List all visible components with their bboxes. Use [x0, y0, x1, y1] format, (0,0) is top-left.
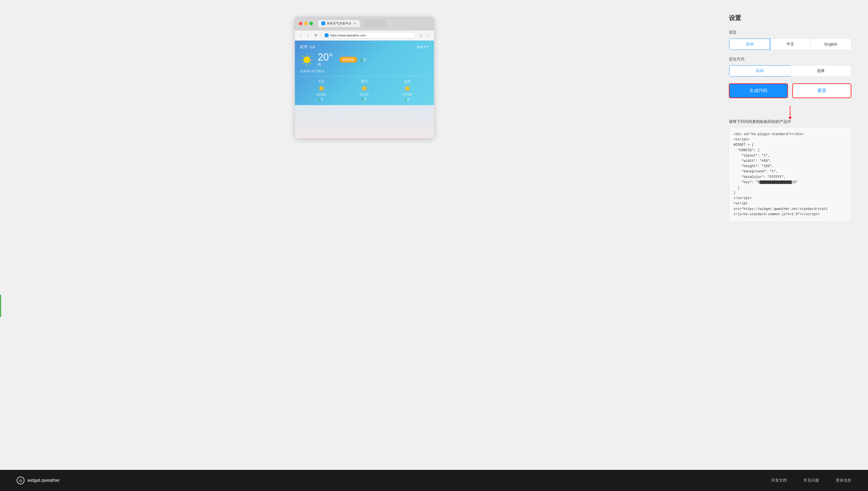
forecast-today: 今天 ☀️ 15°/28° 良 [300, 79, 343, 101]
forecast-quality-1: 良 [362, 97, 367, 101]
svg-line-5 [303, 56, 304, 57]
new-tab-ghost [364, 20, 386, 27]
back-button[interactable]: ‹ [298, 32, 303, 38]
weather-main: 20° 晴 暴雨预警 良 [300, 52, 429, 67]
footer-logo-icon: ◎ [17, 476, 25, 484]
city-name: 杭州 [300, 45, 308, 50]
browser-window: 和风天气开发平台 ✕ ‹ › ↻ https://www.qweather.co… [295, 17, 434, 139]
weather-forecast: 今天 ☀️ 15°/28° 良 明天 ☀️ 15°/27° [300, 76, 429, 101]
language-auto-button[interactable]: 自动 [729, 38, 771, 50]
forward-button[interactable]: › [305, 32, 311, 38]
tab-label: 和风天气开发平台 [327, 21, 352, 26]
generate-code-button[interactable]: 生成代码 [729, 83, 788, 98]
browser-tab[interactable]: 和风天气开发平台 ✕ [318, 20, 360, 27]
weather-description: 晴 [318, 62, 333, 67]
address-bar[interactable]: https://www.qweather.com [321, 32, 416, 39]
red-arrow-icon [790, 106, 790, 117]
forecast-quality-2: 良 [405, 97, 410, 101]
weather-location: 杭州 切换 [300, 45, 315, 50]
svg-line-6 [310, 63, 311, 64]
footer-more-link[interactable]: 更多信息 [836, 478, 851, 483]
weather-temp-section: 20° 晴 [318, 52, 333, 67]
language-options: 自动 中文 English [729, 38, 851, 50]
location-switch[interactable]: 切换 [309, 45, 315, 49]
forecast-quality-0: 良 [319, 97, 324, 101]
language-chinese-button[interactable]: 中文 [770, 39, 811, 50]
code-section: 请将下列代码复制粘贴到你的产品中 <div id="he-plugin-stan… [729, 119, 851, 222]
settings-title: 设置 [729, 14, 851, 22]
browser-body [295, 105, 434, 139]
forecast-sun-1: ☀️ [361, 85, 368, 92]
language-group: 语言 自动 中文 English [729, 30, 851, 50]
forecast-day-label-0: 今天 [318, 79, 325, 84]
forecast-sun-0: ☀️ [318, 85, 325, 92]
footer-links: 开发文档 常见问题 更多信息 [771, 478, 851, 483]
code-block[interactable]: <div id="he-plugin-standard"></div> <scr… [729, 127, 851, 222]
quality-label: 良 [363, 58, 366, 62]
minimize-button[interactable] [304, 22, 308, 25]
settings-panel: 设置 语言 自动 中文 English 定位方式 自动 选择 生成代码 重置 [729, 11, 851, 459]
forecast-tomorrow: 明天 ☀️ 15°/27° 良 [343, 79, 386, 101]
menu-icon[interactable]: ⋮ [426, 32, 431, 38]
rain-note-text: 未来两小时无降水 [300, 69, 325, 74]
svg-point-0 [304, 56, 310, 63]
location-auto-button[interactable]: 自动 [729, 65, 791, 77]
arrow-indicator [729, 106, 851, 117]
traffic-lights [299, 22, 313, 25]
weather-brand: 和风天气 [417, 45, 429, 49]
forecast-day-label-1: 明天 [361, 79, 368, 84]
preview-section: 和风天气开发平台 ✕ ‹ › ↻ https://www.qweather.co… [17, 11, 712, 459]
air-quality: 良 [361, 58, 366, 62]
reset-button[interactable]: 重置 [792, 83, 851, 98]
forecast-temp-2: 17°/29° [402, 93, 413, 96]
temperature-display: 20° [318, 52, 333, 62]
location-options: 自动 选择 [729, 65, 851, 77]
footer-brand-name: widget.qweather [27, 478, 60, 483]
tab-close-icon[interactable]: ✕ [353, 22, 356, 25]
scrollbar-indicator [0, 295, 1, 317]
footer-docs-link[interactable]: 开发文档 [771, 478, 787, 483]
weather-alert-badge: 暴雨预警 [339, 57, 357, 63]
svg-line-7 [310, 56, 311, 57]
action-buttons: 生成代码 重置 [729, 83, 851, 98]
quality-bar-icon [361, 58, 362, 61]
close-button[interactable] [299, 22, 302, 25]
footer-brand: ◎ widget.qweather [17, 476, 60, 484]
location-group: 定位方式 自动 选择 [729, 57, 851, 77]
code-instruction: 请将下列代码复制粘贴到你的产品中 [729, 119, 851, 124]
language-english-button[interactable]: English [811, 39, 851, 50]
weather-widget: 杭州 切换 和风天气 [295, 40, 434, 105]
weather-header: 杭州 切换 和风天气 [300, 45, 429, 50]
site-favicon-icon [325, 33, 329, 37]
footer-faq-link[interactable]: 常见问题 [804, 478, 819, 483]
forecast-sun-2: ☀️ [404, 85, 411, 92]
browser-titlebar: 和风天气开发平台 ✕ [295, 17, 434, 30]
bookmark-icon[interactable]: ☆ [418, 32, 423, 38]
forecast-temp-0: 15°/28° [316, 93, 326, 96]
location-label: 定位方式 [729, 57, 851, 62]
svg-line-8 [303, 63, 304, 64]
browser-toolbar: ‹ › ↻ https://www.qweather.com ☆ ⋮ [295, 30, 434, 40]
tab-favicon-icon [321, 21, 325, 25]
location-select-button[interactable]: 选择 [790, 65, 851, 77]
footer: ◎ widget.qweather 开发文档 常见问题 更多信息 [0, 470, 868, 491]
forecast-day-after: 后天 ☀️ 17°/29° 良 [386, 79, 429, 101]
sun-icon [300, 53, 314, 67]
refresh-button[interactable]: ↻ [313, 32, 319, 38]
forecast-temp-1: 15°/27° [359, 93, 369, 96]
language-label: 语言 [729, 30, 851, 35]
weather-note: 未来两小时无降水 [300, 69, 429, 74]
forecast-day-label-2: 后天 [404, 79, 411, 84]
maximize-button[interactable] [309, 22, 313, 25]
url-text: https://www.qweather.com [330, 34, 366, 37]
